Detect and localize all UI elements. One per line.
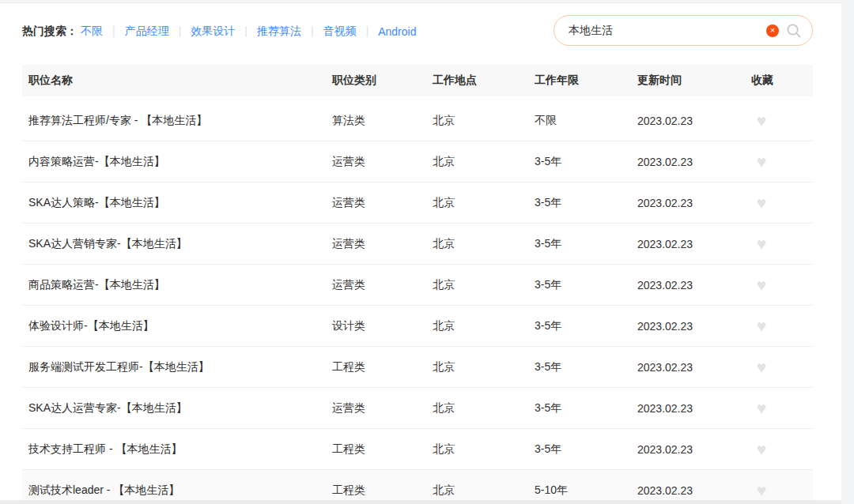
clear-search-icon[interactable]: × xyxy=(766,24,779,37)
hot-search-link[interactable]: 效果设计 xyxy=(191,24,257,39)
job-title-link[interactable]: 商品策略运营-【本地生活】 xyxy=(22,278,332,292)
favorite-button[interactable]: ♥ xyxy=(752,194,771,213)
job-category-cell: 运营类 xyxy=(332,196,433,210)
heart-icon: ♥ xyxy=(757,235,766,252)
job-title-link[interactable]: SKA达人策略-【本地生活】 xyxy=(22,196,332,210)
search-icon[interactable] xyxy=(785,22,803,39)
page-right-gutter xyxy=(841,0,854,504)
top-divider-strip xyxy=(0,0,854,3)
updated-cell: 2023.02.23 xyxy=(637,238,751,250)
table-row[interactable]: SKA达人运营专家-【本地生活】 运营类 北京 3-5年 2023.02.23 … xyxy=(22,388,813,429)
location-cell: 北京 xyxy=(433,237,535,251)
search-input[interactable] xyxy=(554,16,766,45)
table-row[interactable]: 内容策略运营-【本地生活】 运营类 北京 3-5年 2023.02.23 ♥ xyxy=(22,141,813,182)
favorite-button[interactable]: ♥ xyxy=(752,152,771,171)
job-category-cell: 运营类 xyxy=(332,237,433,251)
experience-cell: 3-5年 xyxy=(535,401,637,416)
heart-icon: ♥ xyxy=(757,441,766,457)
hot-search-link[interactable]: 产品经理 xyxy=(125,24,191,39)
hot-search-bar: 热门搜索： 不限产品经理效果设计推荐算法音视频Android xyxy=(22,24,416,39)
heart-icon: ♥ xyxy=(757,153,766,170)
job-category-cell: 工程类 xyxy=(332,442,433,457)
table-row[interactable]: 商品策略运营-【本地生活】 运营类 北京 3-5年 2023.02.23 ♥ xyxy=(22,265,813,306)
experience-cell: 3-5年 xyxy=(535,360,637,374)
experience-cell: 3-5年 xyxy=(535,196,637,210)
job-category-cell: 运营类 xyxy=(332,278,433,292)
heart-icon: ♥ xyxy=(757,359,766,375)
hot-search-link[interactable]: 推荐算法 xyxy=(257,24,323,39)
heart-icon: ♥ xyxy=(757,276,766,293)
heart-icon: ♥ xyxy=(757,400,766,416)
col-header-experience: 工作年限 xyxy=(535,73,637,88)
location-cell: 北京 xyxy=(433,401,535,416)
experience-cell: 3-5年 xyxy=(535,278,637,292)
table-row[interactable]: 体验设计师-【本地生活】 设计类 北京 3-5年 2023.02.23 ♥ xyxy=(22,306,813,347)
job-title-link[interactable]: SKA达人营销专家-【本地生活】 xyxy=(22,237,332,251)
table-row[interactable]: 测试技术leader - 【本地生活】 工程类 北京 5-10年 2023.02… xyxy=(22,470,813,504)
heart-icon: ♥ xyxy=(757,112,766,129)
job-title-link[interactable]: 体验设计师-【本地生活】 xyxy=(22,319,332,333)
job-title-link[interactable]: 技术支持工程师 - 【本地生活】 xyxy=(22,442,332,457)
experience-cell: 3-5年 xyxy=(535,155,637,169)
heart-icon: ♥ xyxy=(757,482,766,498)
table-row[interactable]: 服务端测试开发工程师-【本地生活】 工程类 北京 3-5年 2023.02.23… xyxy=(22,347,813,388)
col-header-updated: 更新时间 xyxy=(637,73,751,88)
favorite-button[interactable]: ♥ xyxy=(752,440,771,459)
job-category-cell: 工程类 xyxy=(332,483,433,498)
experience-cell: 不限 xyxy=(535,114,637,128)
hot-search-link[interactable]: 不限 xyxy=(81,24,125,39)
job-table: 职位名称 职位类别 工作地点 工作年限 更新时间 收藏 推荐算法工程师/专家 -… xyxy=(22,65,813,504)
experience-cell: 3-5年 xyxy=(535,442,637,457)
updated-cell: 2023.02.23 xyxy=(637,279,751,291)
hot-search-link[interactable]: 音视频 xyxy=(323,24,379,39)
favorite-button[interactable]: ♥ xyxy=(752,276,771,295)
col-header-favorite: 收藏 xyxy=(751,73,813,88)
job-title-link[interactable]: 服务端测试开发工程师-【本地生活】 xyxy=(22,360,332,374)
updated-cell: 2023.02.23 xyxy=(637,443,751,456)
location-cell: 北京 xyxy=(433,278,535,292)
updated-cell: 2023.02.23 xyxy=(637,197,751,209)
table-row[interactable]: SKA达人营销专家-【本地生活】 运营类 北京 3-5年 2023.02.23 … xyxy=(22,224,813,265)
favorite-button[interactable]: ♥ xyxy=(752,399,771,418)
job-title-link[interactable]: 内容策略运营-【本地生活】 xyxy=(22,155,332,169)
job-title-link[interactable]: 推荐算法工程师/专家 - 【本地生活】 xyxy=(22,114,332,128)
heart-icon: ♥ xyxy=(757,318,766,334)
job-title-link[interactable]: SKA达人运营专家-【本地生活】 xyxy=(22,401,332,416)
experience-cell: 3-5年 xyxy=(535,237,637,251)
location-cell: 北京 xyxy=(433,483,535,498)
table-header-row: 职位名称 职位类别 工作地点 工作年限 更新时间 收藏 xyxy=(22,65,813,96)
location-cell: 北京 xyxy=(433,442,535,457)
updated-cell: 2023.02.23 xyxy=(637,115,751,127)
table-body: 推荐算法工程师/专家 - 【本地生活】 算法类 北京 不限 2023.02.23… xyxy=(22,100,813,504)
favorite-button[interactable]: ♥ xyxy=(752,111,771,130)
table-row[interactable]: 技术支持工程师 - 【本地生活】 工程类 北京 3-5年 2023.02.23 … xyxy=(22,429,813,470)
updated-cell: 2023.02.23 xyxy=(637,361,751,374)
location-cell: 北京 xyxy=(433,196,535,210)
bottom-divider-strip xyxy=(0,500,841,504)
hot-search-link[interactable]: Android xyxy=(378,25,416,38)
search-box: × xyxy=(554,15,813,46)
table-row[interactable]: 推荐算法工程师/专家 - 【本地生活】 算法类 北京 不限 2023.02.23… xyxy=(22,100,813,141)
job-category-cell: 运营类 xyxy=(332,401,433,416)
updated-cell: 2023.02.23 xyxy=(637,320,751,333)
heart-icon: ♥ xyxy=(757,194,766,211)
col-header-job-category: 职位类别 xyxy=(332,73,433,88)
col-header-location: 工作地点 xyxy=(433,73,535,88)
favorite-button[interactable]: ♥ xyxy=(752,358,771,377)
job-title-link[interactable]: 测试技术leader - 【本地生活】 xyxy=(22,483,332,498)
favorite-button[interactable]: ♥ xyxy=(752,235,771,254)
table-row[interactable]: SKA达人策略-【本地生活】 运营类 北京 3-5年 2023.02.23 ♥ xyxy=(22,182,813,224)
experience-cell: 5-10年 xyxy=(535,483,637,498)
job-search-page: 热门搜索： 不限产品经理效果设计推荐算法音视频Android × 职位名称 职位… xyxy=(0,0,854,504)
favorite-button[interactable]: ♥ xyxy=(752,481,771,500)
favorite-button[interactable]: ♥ xyxy=(752,317,771,336)
experience-cell: 3-5年 xyxy=(535,319,637,333)
updated-cell: 2023.02.23 xyxy=(637,484,751,497)
updated-cell: 2023.02.23 xyxy=(637,156,751,168)
col-header-job-title: 职位名称 xyxy=(22,73,332,88)
job-category-cell: 运营类 xyxy=(332,155,433,169)
location-cell: 北京 xyxy=(433,114,535,128)
location-cell: 北京 xyxy=(433,360,535,374)
hot-search-label: 热门搜索： xyxy=(22,24,77,39)
job-category-cell: 算法类 xyxy=(332,114,433,128)
